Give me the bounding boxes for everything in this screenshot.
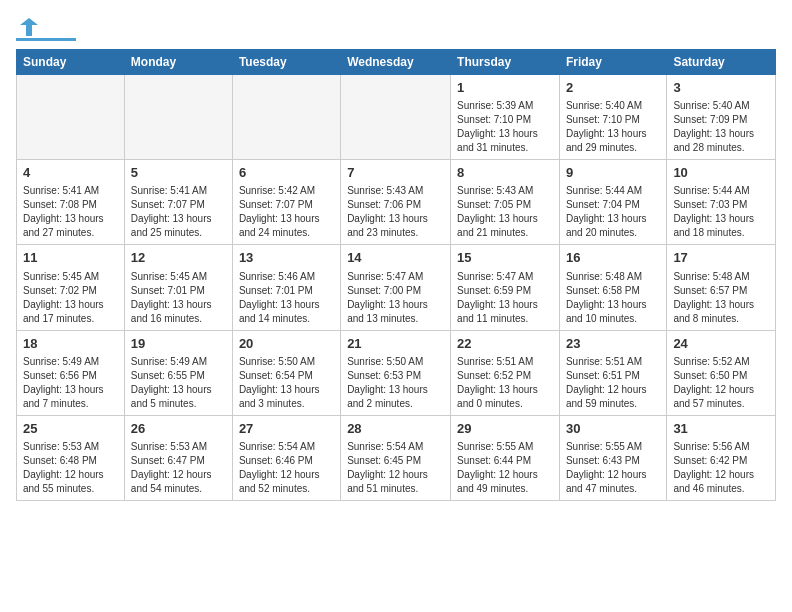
day-cell: 20Sunrise: 5:50 AMSunset: 6:54 PMDayligh… [232, 330, 340, 415]
day-header-thursday: Thursday [451, 50, 560, 75]
day-info: Sunrise: 5:40 AMSunset: 7:10 PMDaylight:… [566, 99, 660, 155]
day-number: 18 [23, 335, 118, 353]
day-info: Sunrise: 5:44 AMSunset: 7:04 PMDaylight:… [566, 184, 660, 240]
day-number: 12 [131, 249, 226, 267]
day-cell: 29Sunrise: 5:55 AMSunset: 6:44 PMDayligh… [451, 415, 560, 500]
day-number: 27 [239, 420, 334, 438]
day-cell: 24Sunrise: 5:52 AMSunset: 6:50 PMDayligh… [667, 330, 776, 415]
day-header-saturday: Saturday [667, 50, 776, 75]
day-cell: 21Sunrise: 5:50 AMSunset: 6:53 PMDayligh… [341, 330, 451, 415]
day-number: 7 [347, 164, 444, 182]
day-info: Sunrise: 5:50 AMSunset: 6:54 PMDaylight:… [239, 355, 334, 411]
day-cell: 23Sunrise: 5:51 AMSunset: 6:51 PMDayligh… [559, 330, 666, 415]
day-info: Sunrise: 5:48 AMSunset: 6:57 PMDaylight:… [673, 270, 769, 326]
day-number: 10 [673, 164, 769, 182]
day-number: 3 [673, 79, 769, 97]
day-info: Sunrise: 5:49 AMSunset: 6:55 PMDaylight:… [131, 355, 226, 411]
day-info: Sunrise: 5:53 AMSunset: 6:48 PMDaylight:… [23, 440, 118, 496]
day-header-tuesday: Tuesday [232, 50, 340, 75]
day-cell: 4Sunrise: 5:41 AMSunset: 7:08 PMDaylight… [17, 160, 125, 245]
day-cell: 8Sunrise: 5:43 AMSunset: 7:05 PMDaylight… [451, 160, 560, 245]
day-info: Sunrise: 5:44 AMSunset: 7:03 PMDaylight:… [673, 184, 769, 240]
day-info: Sunrise: 5:50 AMSunset: 6:53 PMDaylight:… [347, 355, 444, 411]
day-info: Sunrise: 5:43 AMSunset: 7:06 PMDaylight:… [347, 184, 444, 240]
day-info: Sunrise: 5:41 AMSunset: 7:07 PMDaylight:… [131, 184, 226, 240]
day-cell: 27Sunrise: 5:54 AMSunset: 6:46 PMDayligh… [232, 415, 340, 500]
day-cell: 6Sunrise: 5:42 AMSunset: 7:07 PMDaylight… [232, 160, 340, 245]
day-info: Sunrise: 5:56 AMSunset: 6:42 PMDaylight:… [673, 440, 769, 496]
day-number: 9 [566, 164, 660, 182]
day-info: Sunrise: 5:49 AMSunset: 6:56 PMDaylight:… [23, 355, 118, 411]
week-row-1: 1Sunrise: 5:39 AMSunset: 7:10 PMDaylight… [17, 75, 776, 160]
day-cell: 5Sunrise: 5:41 AMSunset: 7:07 PMDaylight… [124, 160, 232, 245]
week-row-4: 18Sunrise: 5:49 AMSunset: 6:56 PMDayligh… [17, 330, 776, 415]
day-number: 23 [566, 335, 660, 353]
day-cell: 12Sunrise: 5:45 AMSunset: 7:01 PMDayligh… [124, 245, 232, 330]
header-row: SundayMondayTuesdayWednesdayThursdayFrid… [17, 50, 776, 75]
day-cell [124, 75, 232, 160]
day-info: Sunrise: 5:45 AMSunset: 7:01 PMDaylight:… [131, 270, 226, 326]
day-info: Sunrise: 5:51 AMSunset: 6:52 PMDaylight:… [457, 355, 553, 411]
day-number: 13 [239, 249, 334, 267]
day-cell: 22Sunrise: 5:51 AMSunset: 6:52 PMDayligh… [451, 330, 560, 415]
day-info: Sunrise: 5:40 AMSunset: 7:09 PMDaylight:… [673, 99, 769, 155]
week-row-5: 25Sunrise: 5:53 AMSunset: 6:48 PMDayligh… [17, 415, 776, 500]
day-info: Sunrise: 5:42 AMSunset: 7:07 PMDaylight:… [239, 184, 334, 240]
calendar-table: SundayMondayTuesdayWednesdayThursdayFrid… [16, 49, 776, 501]
day-cell: 1Sunrise: 5:39 AMSunset: 7:10 PMDaylight… [451, 75, 560, 160]
day-info: Sunrise: 5:54 AMSunset: 6:45 PMDaylight:… [347, 440, 444, 496]
day-info: Sunrise: 5:52 AMSunset: 6:50 PMDaylight:… [673, 355, 769, 411]
day-number: 19 [131, 335, 226, 353]
day-cell: 3Sunrise: 5:40 AMSunset: 7:09 PMDaylight… [667, 75, 776, 160]
day-info: Sunrise: 5:43 AMSunset: 7:05 PMDaylight:… [457, 184, 553, 240]
day-number: 11 [23, 249, 118, 267]
day-cell: 31Sunrise: 5:56 AMSunset: 6:42 PMDayligh… [667, 415, 776, 500]
day-info: Sunrise: 5:55 AMSunset: 6:43 PMDaylight:… [566, 440, 660, 496]
day-number: 2 [566, 79, 660, 97]
day-cell: 19Sunrise: 5:49 AMSunset: 6:55 PMDayligh… [124, 330, 232, 415]
day-number: 30 [566, 420, 660, 438]
day-info: Sunrise: 5:41 AMSunset: 7:08 PMDaylight:… [23, 184, 118, 240]
day-number: 6 [239, 164, 334, 182]
day-info: Sunrise: 5:51 AMSunset: 6:51 PMDaylight:… [566, 355, 660, 411]
day-cell: 2Sunrise: 5:40 AMSunset: 7:10 PMDaylight… [559, 75, 666, 160]
day-cell: 28Sunrise: 5:54 AMSunset: 6:45 PMDayligh… [341, 415, 451, 500]
day-info: Sunrise: 5:48 AMSunset: 6:58 PMDaylight:… [566, 270, 660, 326]
week-row-3: 11Sunrise: 5:45 AMSunset: 7:02 PMDayligh… [17, 245, 776, 330]
logo [16, 16, 76, 37]
day-info: Sunrise: 5:39 AMSunset: 7:10 PMDaylight:… [457, 99, 553, 155]
day-cell: 17Sunrise: 5:48 AMSunset: 6:57 PMDayligh… [667, 245, 776, 330]
day-cell [341, 75, 451, 160]
day-number: 15 [457, 249, 553, 267]
day-info: Sunrise: 5:55 AMSunset: 6:44 PMDaylight:… [457, 440, 553, 496]
svg-marker-0 [20, 18, 38, 36]
day-cell [17, 75, 125, 160]
day-number: 24 [673, 335, 769, 353]
day-number: 4 [23, 164, 118, 182]
day-header-friday: Friday [559, 50, 666, 75]
day-number: 14 [347, 249, 444, 267]
logo-icon [18, 16, 40, 38]
day-info: Sunrise: 5:46 AMSunset: 7:01 PMDaylight:… [239, 270, 334, 326]
day-header-sunday: Sunday [17, 50, 125, 75]
day-header-monday: Monday [124, 50, 232, 75]
day-info: Sunrise: 5:53 AMSunset: 6:47 PMDaylight:… [131, 440, 226, 496]
day-number: 29 [457, 420, 553, 438]
day-number: 25 [23, 420, 118, 438]
day-cell: 16Sunrise: 5:48 AMSunset: 6:58 PMDayligh… [559, 245, 666, 330]
day-number: 20 [239, 335, 334, 353]
day-number: 1 [457, 79, 553, 97]
day-number: 16 [566, 249, 660, 267]
day-cell: 25Sunrise: 5:53 AMSunset: 6:48 PMDayligh… [17, 415, 125, 500]
day-header-wednesday: Wednesday [341, 50, 451, 75]
day-info: Sunrise: 5:54 AMSunset: 6:46 PMDaylight:… [239, 440, 334, 496]
day-number: 28 [347, 420, 444, 438]
day-cell: 11Sunrise: 5:45 AMSunset: 7:02 PMDayligh… [17, 245, 125, 330]
day-cell: 30Sunrise: 5:55 AMSunset: 6:43 PMDayligh… [559, 415, 666, 500]
day-cell: 13Sunrise: 5:46 AMSunset: 7:01 PMDayligh… [232, 245, 340, 330]
day-info: Sunrise: 5:47 AMSunset: 7:00 PMDaylight:… [347, 270, 444, 326]
day-cell: 10Sunrise: 5:44 AMSunset: 7:03 PMDayligh… [667, 160, 776, 245]
day-info: Sunrise: 5:47 AMSunset: 6:59 PMDaylight:… [457, 270, 553, 326]
day-cell: 7Sunrise: 5:43 AMSunset: 7:06 PMDaylight… [341, 160, 451, 245]
day-number: 21 [347, 335, 444, 353]
